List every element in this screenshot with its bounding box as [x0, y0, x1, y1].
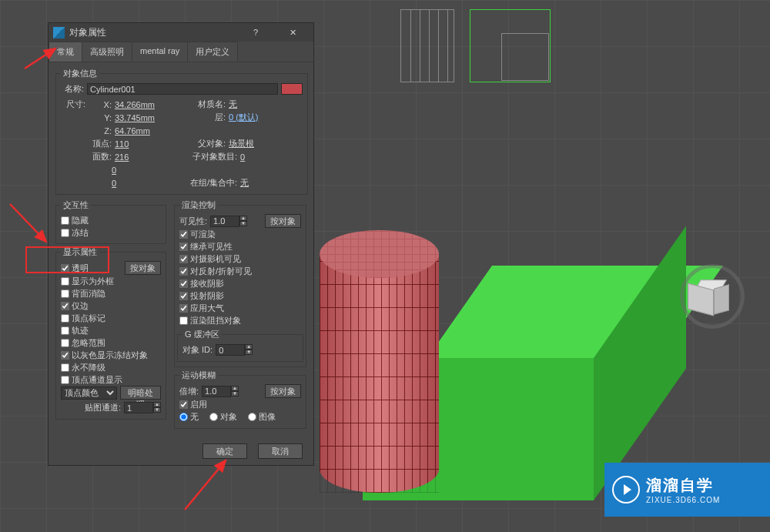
red-cylinder-object[interactable]: [320, 254, 439, 493]
chk-see-through[interactable]: 透明: [61, 262, 89, 274]
name-field[interactable]: [87, 83, 278, 95]
chk-edges-only[interactable]: 仅边: [61, 299, 161, 312]
tab-adv-lighting[interactable]: 高级照明: [82, 42, 132, 62]
chk-recv-shadow[interactable]: 接收阴影: [179, 277, 301, 289]
chk-vertex-ticks[interactable]: 顶点标记: [61, 312, 161, 324]
faces-label: 面数:: [87, 151, 112, 162]
chk-vis-cam[interactable]: 对摄影机可见: [179, 253, 301, 265]
group-label: 在组/集合中:: [183, 177, 237, 189]
map-chan-label: 贴图通道:: [85, 402, 121, 413]
mult-label: 倍增:: [179, 386, 199, 397]
viewcube[interactable]: [689, 273, 735, 320]
faces-value: 216: [115, 152, 129, 162]
shaded-button[interactable]: 明暗处理: [120, 386, 161, 400]
group-gbuffer: G 缓冲区 对象 ID: ▲▼: [177, 329, 303, 362]
radio-none[interactable]: 无: [179, 411, 199, 423]
spin-up-icon[interactable]: ▲: [153, 402, 161, 407]
layer-value[interactable]: 0 (默认): [229, 112, 259, 123]
group-value: 无: [240, 177, 249, 189]
chk-ignore-extents[interactable]: 忽略范围: [61, 336, 161, 349]
chk-hide[interactable]: 隐藏: [61, 214, 161, 226]
val-zero2: 0: [112, 179, 116, 188]
layer-label: 层:: [183, 112, 226, 123]
object-properties-dialog: 对象属性 ? ✕ 常规 高级照明 mental ray 用户定义 对象信息 名称…: [48, 22, 314, 466]
visibility-label: 可见性:: [179, 216, 207, 227]
app-icon: [53, 27, 65, 38]
panel-general: 对象信息 名称: 尺寸: X: 34.266mm Y: 33.745mm Z: …: [49, 62, 313, 434]
object-color-swatch[interactable]: [281, 83, 303, 95]
legend-motion: 运动模糊: [179, 370, 218, 381]
watermark-title: 溜溜自学: [646, 475, 720, 496]
watermark: 溜溜自学 ZIXUE.3D66.COM: [604, 463, 770, 517]
legend-interactivity: 交互性: [61, 199, 91, 211]
chk-cast-shadow[interactable]: 投射阴影: [179, 289, 301, 302]
display-by-object-button[interactable]: 按对象: [125, 261, 161, 275]
dialog-title: 对象属性: [69, 26, 235, 39]
wire-cylinder-outline: [400, 9, 454, 82]
chk-motion-enabled[interactable]: 启用: [179, 398, 301, 410]
chk-never-degrade[interactable]: 永不降级: [61, 361, 161, 373]
tab-user-defined[interactable]: 用户定义: [187, 42, 238, 62]
map-chan-spinner[interactable]: ▲▼: [124, 402, 161, 413]
motion-by-object-button[interactable]: 按对象: [265, 384, 301, 398]
y-label: Y:: [89, 113, 112, 122]
wireframe-outlines: [400, 9, 551, 82]
objid-label: 对象 ID:: [182, 344, 213, 356]
radio-object[interactable]: 对象: [209, 411, 237, 423]
chk-atmos[interactable]: 应用大气: [179, 302, 301, 314]
parent-label: 父对象:: [183, 138, 226, 149]
children-value: 0: [240, 152, 245, 162]
mat-value: 无: [229, 99, 237, 110]
chk-as-box[interactable]: 显示为外框: [61, 275, 161, 287]
chk-vert-chan-display[interactable]: 顶点通道显示: [61, 373, 161, 386]
mult-spinner[interactable]: ▲▼: [202, 386, 239, 397]
tab-bar: 常规 高级照明 mental ray 用户定义: [49, 42, 313, 62]
verts-label: 顶点:: [87, 138, 112, 149]
group-motion-blur: 运动模糊 倍增: ▲▼ 按对象 启用 无 对象 图像: [174, 370, 306, 429]
val-zero1: 0: [112, 166, 116, 175]
play-icon: [612, 476, 640, 504]
chk-occlusion[interactable]: 渲染阻挡对象: [179, 314, 301, 326]
objid-spinner[interactable]: ▲▼: [216, 344, 253, 356]
cancel-button[interactable]: 取消: [258, 443, 303, 459]
chk-trajectory[interactable]: 轨迹: [61, 324, 161, 336]
mat-label: 材质名:: [183, 99, 226, 110]
chk-vis-refl[interactable]: 对反射/折射可见: [179, 265, 301, 277]
chk-freeze[interactable]: 冻结: [61, 226, 161, 239]
close-button[interactable]: ✕: [276, 23, 309, 42]
radio-image[interactable]: 图像: [248, 411, 276, 423]
chk-inherit-vis[interactable]: 继承可见性: [179, 240, 301, 253]
watermark-url: ZIXUE.3D66.COM: [646, 496, 720, 504]
group-interactivity: 交互性 隐藏 冻结: [55, 199, 166, 244]
dialog-titlebar[interactable]: 对象属性 ? ✕: [49, 23, 313, 42]
group-render-control: 渲染控制 可见性: ▲▼ 按对象 可渲染 继承可见性 对摄影机可见 对反射/折射…: [174, 199, 306, 367]
green-box-object[interactable]: [427, 266, 712, 447]
dim-z-value: 64.76mm: [115, 126, 150, 136]
tab-mental-ray[interactable]: mental ray: [132, 42, 188, 62]
ok-button[interactable]: 确定: [203, 443, 247, 459]
dim-y-value: 33.745mm: [115, 113, 155, 122]
parent-value: 场景根: [229, 138, 254, 149]
legend-object-info: 对象信息: [61, 68, 99, 79]
dim-x-value: 34.266mm: [115, 100, 155, 109]
legend-gbuffer: G 缓冲区: [182, 329, 222, 340]
dim-label: 尺寸:: [61, 99, 85, 110]
group-object-info: 对象信息 名称: 尺寸: X: 34.266mm Y: 33.745mm Z: …: [55, 68, 308, 195]
chk-backface[interactable]: 背面消隐: [61, 287, 161, 299]
help-button[interactable]: ?: [239, 23, 272, 42]
vertex-color-select[interactable]: 顶点颜色: [61, 386, 117, 400]
x-label: X:: [89, 100, 112, 109]
spin-down-icon[interactable]: ▼: [153, 407, 161, 413]
legend-render: 渲染控制: [179, 199, 218, 211]
name-label: 名称:: [61, 83, 84, 95]
chk-renderable[interactable]: 可渲染: [179, 228, 301, 240]
verts-value: 110: [115, 139, 129, 149]
legend-display: 显示属性: [61, 246, 99, 258]
chk-gray-frozen[interactable]: 以灰色显示冻结对象: [61, 349, 161, 361]
render-by-object-button[interactable]: 按对象: [265, 214, 301, 228]
children-label: 子对象数目:: [183, 151, 237, 162]
z-label: Z:: [89, 126, 112, 136]
group-display: 显示属性 透明 按对象 显示为外框 背面消隐 仅边 顶点标记 轨迹 忽略范围 以…: [55, 246, 166, 420]
visibility-spinner[interactable]: ▲▼: [210, 216, 247, 227]
tab-general[interactable]: 常规: [49, 42, 82, 62]
